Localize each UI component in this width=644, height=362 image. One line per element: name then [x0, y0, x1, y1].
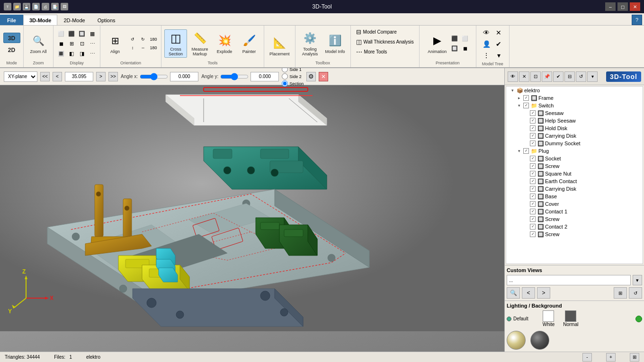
explode-button[interactable]: 💥 Explode	[213, 32, 236, 55]
toolbar-icon-2[interactable]: 💾	[23, 3, 30, 10]
pres-btn-2[interactable]: ⬜	[460, 34, 470, 43]
earthcontact-checkbox[interactable]	[530, 178, 536, 184]
zoom-in-button[interactable]: +	[606, 353, 616, 362]
close-button[interactable]: ✕	[630, 2, 640, 11]
painter-button[interactable]: 🖌️ Painter	[237, 32, 261, 55]
zoom-all-button[interactable]: 🔍 Zoom All	[27, 32, 50, 55]
seesaw-checkbox[interactable]	[530, 110, 536, 116]
base-checkbox[interactable]	[530, 194, 536, 199]
minimize-button[interactable]: –	[605, 2, 616, 11]
carryingdisk-checkbox[interactable]	[530, 133, 536, 139]
tree-item-socket[interactable]: ▸ 🔲 Socket	[506, 155, 643, 162]
default-radio[interactable]	[507, 317, 511, 321]
default-sphere[interactable]	[507, 331, 526, 350]
align-button[interactable]: ⊞ Align	[103, 32, 127, 55]
panel-pin-button[interactable]: 📌	[542, 71, 552, 82]
screw2-checkbox[interactable]	[530, 216, 536, 222]
fit-button[interactable]: ⊞	[630, 353, 639, 362]
display-btn-10[interactable]: ◧	[67, 49, 76, 58]
cover-checkbox[interactable]	[530, 201, 536, 207]
plug-expand[interactable]: ▾	[516, 148, 522, 154]
section-radio[interactable]	[282, 80, 288, 87]
tree-item-carryingdisk2[interactable]: ▸ 🔲 Carrying Disk	[506, 185, 643, 193]
display-btn-1[interactable]: ⬜	[56, 29, 66, 38]
more-tools-button[interactable]: ⋯ More Tools	[354, 47, 390, 56]
model-compare-button[interactable]: ⊟ Model Compare	[354, 27, 399, 36]
measure-markup-button[interactable]: 📏 MeasureMarkup	[188, 29, 212, 58]
tree-item-base[interactable]: ▸ 🔲 Base	[506, 193, 643, 200]
tree-item-plug[interactable]: ▾ 📁 Plug	[506, 147, 643, 155]
cross-section-button[interactable]: ◫ CrossSection	[164, 29, 187, 58]
cv-prev-button[interactable]: <	[522, 287, 535, 299]
angle-x-input[interactable]	[170, 72, 198, 81]
side2-radio[interactable]	[282, 73, 288, 79]
tab-2dmode[interactable]: 2D-Mode	[57, 15, 91, 25]
contact2-checkbox[interactable]	[530, 224, 536, 230]
tree-item-earthcontact[interactable]: ▸ 🔲 Earth Contact	[506, 177, 643, 185]
tree-btn-3[interactable]: 👤	[481, 39, 492, 49]
tree-item-cover[interactable]: ▸ 🔲 Cover	[506, 200, 643, 208]
placement-button[interactable]: 📐 Placement	[267, 34, 292, 58]
toolbar-icon-5[interactable]: 📑	[51, 3, 59, 10]
tree-item-contact2[interactable]: ▸ 🔲 Contact 2	[506, 223, 643, 230]
frame-expand[interactable]: ▸	[516, 95, 522, 101]
tree-btn-5[interactable]: ⋮	[481, 50, 492, 61]
white-swatch[interactable]	[543, 310, 554, 322]
tooling-analysis-button[interactable]: ⚙️ ToolingAnalysis	[298, 29, 322, 58]
angle-x-slider[interactable]	[140, 73, 168, 80]
pres-btn-4[interactable]: ◼	[460, 44, 470, 53]
cs-nav-prev[interactable]: <	[53, 72, 62, 81]
mode-3d-button[interactable]: 3D	[3, 33, 20, 43]
frame-checkbox[interactable]	[523, 95, 529, 101]
dummysocket-checkbox[interactable]	[530, 141, 536, 146]
panel-filter-button[interactable]: ▾	[587, 71, 598, 82]
root-expand-icon[interactable]: ▾	[509, 87, 516, 94]
pres-btn-3[interactable]: 🔲	[450, 44, 459, 53]
screw1-checkbox[interactable]	[530, 163, 536, 169]
cs-close-button[interactable]: ✕	[319, 72, 328, 81]
switch-expand[interactable]: ▾	[516, 102, 522, 109]
display-btn-11[interactable]: ◨	[77, 49, 87, 58]
zoom-out-button[interactable]: -	[582, 353, 592, 362]
panel-refresh-button[interactable]: ↺	[576, 71, 586, 82]
tree-btn-1[interactable]: 👁	[481, 27, 492, 38]
model-tree[interactable]: ▾ 📦 elektro ▸ 🔲 Frame ▾ 📁 Switch	[506, 86, 643, 264]
display-btn-5[interactable]: ◼	[56, 39, 66, 48]
plug-checkbox[interactable]	[523, 148, 529, 154]
tree-root[interactable]: ▾ 📦 elektro	[506, 87, 643, 94]
mode-2d-button[interactable]: 2D	[3, 44, 20, 55]
model-info-button[interactable]: ℹ️ Model Info	[323, 32, 348, 55]
switch-checkbox[interactable]	[523, 103, 529, 108]
display-btn-6[interactable]: ⊞	[67, 39, 76, 48]
display-btn-3[interactable]: 🔲	[77, 29, 87, 38]
panel-check-button[interactable]: ✔	[553, 71, 564, 82]
tree-item-seesaw[interactable]: ▸ 🔲 Seesaw	[506, 109, 643, 117]
squarenut-checkbox[interactable]	[530, 171, 536, 177]
tree-item-squarenut[interactable]: ▸ 🔲 Square Nut	[506, 170, 643, 177]
display-btn-4[interactable]: ▦	[88, 29, 97, 38]
holddisk-checkbox[interactable]	[530, 125, 536, 131]
cv-next-button[interactable]: >	[537, 287, 550, 299]
default-lighting-option[interactable]: Default	[507, 316, 528, 321]
toolbar-icon-1[interactable]: 📁	[13, 3, 21, 10]
angle-y-input[interactable]	[250, 72, 279, 81]
socket-checkbox[interactable]	[530, 156, 536, 161]
orient-btn-1[interactable]: ↺	[128, 35, 137, 43]
cv-action1-button[interactable]: ⊞	[614, 287, 627, 299]
cs-nav-last[interactable]: >>	[108, 72, 118, 81]
tree-item-holddisk[interactable]: ▸ 🔲 Hold Disk	[506, 124, 643, 132]
tab-3dmode[interactable]: 3D-Mode	[23, 15, 57, 25]
tree-item-screw3[interactable]: ▸ 🔲 Screw	[506, 230, 643, 238]
panel-uncheck-button[interactable]: ⊟	[564, 71, 575, 82]
tab-file[interactable]: File	[0, 15, 23, 25]
panel-view-button[interactable]: 👁	[508, 71, 518, 82]
tree-item-screw2[interactable]: ▸ 🔲 Screw	[506, 215, 643, 223]
tree-item-helpseesaw[interactable]: ▸ 🔲 Help Seesaw	[506, 117, 643, 124]
panel-close-button[interactable]: ✕	[519, 71, 529, 82]
plane-select[interactable]: XY-plane XZ-plane YZ-plane	[4, 71, 37, 82]
pres-btn-1[interactable]: ⬛	[450, 34, 459, 43]
tree-btn-4[interactable]: ✔	[493, 39, 504, 49]
tree-btn-2[interactable]: ✕	[493, 27, 504, 38]
animation-button[interactable]: ▶ Animation	[425, 32, 449, 55]
carryingdisk2-checkbox[interactable]	[530, 186, 536, 192]
